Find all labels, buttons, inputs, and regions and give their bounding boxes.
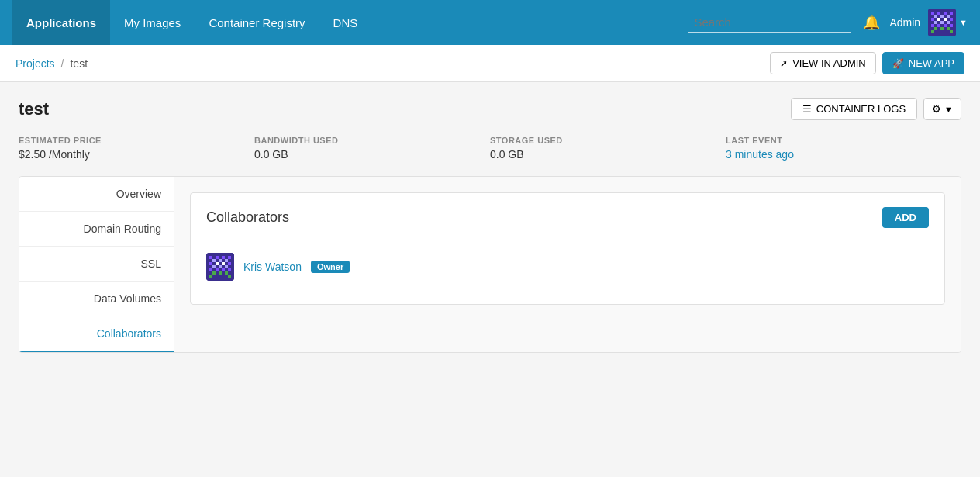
svg-rect-12 — [934, 21, 937, 24]
stat-label-storage: STORAGE USED — [490, 136, 726, 145]
svg-rect-37 — [219, 265, 222, 268]
svg-rect-1 — [931, 12, 934, 15]
container-logs-button[interactable]: ☰ CONTAINER LOGS — [791, 98, 917, 120]
breadcrumb-current: test — [70, 57, 88, 70]
svg-rect-19 — [934, 27, 937, 30]
nav-item-container-registry[interactable]: Container Registry — [195, 0, 319, 45]
breadcrumb-projects-link[interactable]: Projects — [16, 57, 55, 70]
collaborator-row: Kris Watson Owner — [206, 245, 929, 289]
stat-label-bandwidth: BANDWIDTH USED — [254, 136, 490, 145]
stat-last-event: LAST EVENT 3 minutes ago — [726, 136, 961, 161]
collaborator-avatar-icon — [206, 253, 234, 281]
gear-icon: ⚙ — [932, 103, 941, 115]
svg-rect-7 — [947, 15, 950, 18]
svg-rect-14 — [947, 21, 950, 24]
sidebar-item-collaborators[interactable]: Collaborators — [19, 316, 174, 352]
svg-rect-32 — [209, 262, 212, 265]
page-header: test ☰ CONTAINER LOGS ⚙ ▼ — [19, 98, 961, 120]
stat-value-last-event[interactable]: 3 minutes ago — [726, 148, 961, 161]
svg-rect-31 — [225, 259, 228, 262]
collaborator-avatar — [206, 253, 234, 281]
svg-rect-15 — [931, 24, 934, 27]
svg-rect-9 — [937, 18, 940, 21]
gear-dropdown-arrow: ▼ — [944, 105, 953, 114]
svg-rect-20 — [940, 27, 944, 30]
new-app-button[interactable]: 🚀 NEW APP — [882, 52, 964, 74]
svg-rect-27 — [222, 256, 225, 259]
svg-rect-41 — [222, 268, 225, 271]
sidebar-item-data-volumes[interactable]: Data Volumes — [19, 282, 174, 316]
card-body: Kris Watson Owner — [191, 242, 944, 304]
collaborator-role-badge: Owner — [311, 261, 350, 273]
header-actions: ☰ CONTAINER LOGS ⚙ ▼ — [791, 98, 961, 120]
add-collaborator-button[interactable]: ADD — [882, 207, 929, 228]
stat-label-price: ESTIMATED PRICE — [19, 136, 254, 145]
stat-value-bandwidth: 0.0 GB — [254, 148, 490, 161]
avatar-icon — [928, 9, 956, 36]
svg-rect-29 — [212, 259, 216, 262]
search-input[interactable] — [688, 12, 851, 33]
sidebar: Overview Domain Routing SSL Data Volumes… — [19, 177, 174, 352]
svg-rect-34 — [222, 262, 225, 265]
svg-rect-35 — [228, 262, 231, 265]
svg-rect-2 — [937, 12, 940, 15]
avatar-dropdown-arrow[interactable]: ▼ — [959, 18, 968, 27]
svg-rect-4 — [950, 12, 953, 15]
svg-rect-17 — [944, 24, 947, 27]
bell-icon[interactable]: 🔔 — [863, 14, 880, 31]
svg-rect-47 — [228, 275, 231, 278]
svg-rect-11 — [950, 18, 953, 21]
right-panel: Collaborators ADD — [174, 177, 961, 352]
svg-rect-46 — [209, 275, 212, 278]
list-icon: ☰ — [802, 103, 812, 115]
collaborator-name[interactable]: Kris Watson — [243, 261, 302, 273]
top-nav: Applications My Images Container Registr… — [0, 0, 980, 45]
svg-rect-16 — [937, 24, 940, 27]
svg-rect-40 — [216, 268, 219, 271]
stat-value-storage: 0.0 GB — [490, 148, 726, 161]
card-title: Collaborators — [206, 209, 289, 226]
svg-rect-13 — [940, 21, 944, 24]
svg-rect-10 — [944, 18, 947, 21]
stat-estimated-price: ESTIMATED PRICE $2.50 /Monthly — [19, 136, 254, 161]
sidebar-item-overview[interactable]: Overview — [19, 177, 174, 212]
breadcrumb: Projects / test — [16, 57, 88, 70]
svg-rect-3 — [944, 12, 947, 15]
breadcrumb-separator: / — [61, 57, 64, 70]
svg-rect-28 — [228, 256, 231, 259]
external-link-icon: ➚ — [780, 58, 788, 69]
rocket-icon: 🚀 — [892, 58, 904, 69]
svg-rect-21 — [947, 27, 950, 30]
breadcrumb-actions: ➚ VIEW IN ADMIN 🚀 NEW APP — [770, 52, 964, 74]
gear-dropdown-button[interactable]: ⚙ ▼ — [923, 98, 961, 120]
main-area: test ☰ CONTAINER LOGS ⚙ ▼ ESTIMATED PRIC… — [0, 82, 980, 368]
svg-rect-43 — [212, 271, 216, 275]
avatar[interactable] — [928, 9, 956, 36]
svg-rect-38 — [225, 265, 228, 268]
svg-rect-5 — [934, 15, 937, 18]
svg-rect-45 — [225, 271, 228, 275]
sidebar-item-domain-routing[interactable]: Domain Routing — [19, 212, 174, 247]
svg-rect-33 — [216, 262, 219, 265]
svg-rect-26 — [216, 256, 219, 259]
stat-value-price: $2.50 /Monthly — [19, 148, 254, 161]
svg-rect-6 — [940, 15, 944, 18]
svg-rect-36 — [212, 265, 216, 268]
nav-item-applications[interactable]: Applications — [12, 0, 110, 45]
nav-item-dns[interactable]: DNS — [319, 0, 372, 45]
collaborators-card: Collaborators ADD — [190, 192, 945, 305]
nav-item-my-images[interactable]: My Images — [110, 0, 195, 45]
view-in-admin-button[interactable]: ➚ VIEW IN ADMIN — [770, 52, 876, 74]
content-layout: Overview Domain Routing SSL Data Volumes… — [19, 176, 961, 353]
svg-rect-39 — [209, 268, 212, 271]
stat-storage: STORAGE USED 0.0 GB — [490, 136, 726, 161]
new-app-label: NEW APP — [909, 57, 954, 69]
sidebar-item-ssl[interactable]: SSL — [19, 247, 174, 282]
svg-rect-30 — [219, 259, 222, 262]
svg-rect-22 — [931, 30, 934, 33]
svg-rect-23 — [950, 30, 953, 33]
container-logs-label: CONTAINER LOGS — [816, 103, 906, 115]
breadcrumb-bar: Projects / test ➚ VIEW IN ADMIN 🚀 NEW AP… — [0, 45, 980, 82]
svg-rect-18 — [950, 24, 953, 27]
stats-row: ESTIMATED PRICE $2.50 /Monthly BANDWIDTH… — [19, 136, 961, 161]
